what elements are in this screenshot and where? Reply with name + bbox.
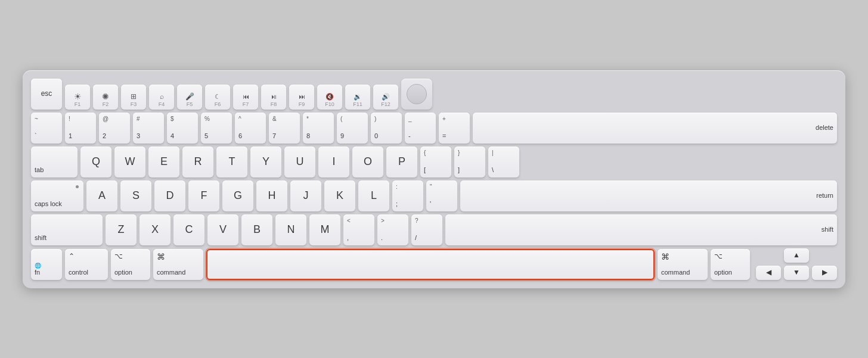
key-arrow-right[interactable]: ▶ bbox=[812, 266, 837, 280]
key-s[interactable]: S bbox=[120, 180, 151, 211]
key-return[interactable]: return bbox=[460, 180, 837, 211]
f4-icon: ⌕ bbox=[160, 92, 164, 101]
key-comma[interactable]: < , bbox=[343, 214, 374, 245]
key-9[interactable]: ( 9 bbox=[337, 113, 368, 144]
key-f6[interactable]: ☾ F6 bbox=[205, 85, 230, 110]
key-f12[interactable]: 🔊 F12 bbox=[373, 85, 398, 110]
key-l[interactable]: L bbox=[358, 180, 389, 211]
number-key-row: ~ ` ! 1 @ 2 # 3 $ 4 % 5 ^ 6 & 7 bbox=[31, 113, 837, 144]
key-f4[interactable]: ⌕ F4 bbox=[149, 85, 174, 110]
f9-icon: ⏭ bbox=[299, 93, 305, 101]
key-tab[interactable]: tab bbox=[31, 147, 78, 178]
key-f3[interactable]: ⊞ F3 bbox=[121, 85, 146, 110]
key-backslash[interactable]: | \ bbox=[488, 147, 519, 178]
key-space[interactable] bbox=[206, 249, 655, 280]
key-option-left[interactable]: ⌥ option bbox=[111, 249, 150, 280]
key-f8[interactable]: ⏯ F8 bbox=[261, 85, 286, 110]
arrow-top-row: ▲ bbox=[756, 248, 837, 263]
key-f2[interactable]: ✺ F2 bbox=[93, 85, 118, 110]
f12-label: F12 bbox=[381, 101, 390, 108]
key-f[interactable]: F bbox=[188, 180, 219, 211]
key-1[interactable]: ! 1 bbox=[65, 113, 96, 144]
key-u[interactable]: U bbox=[284, 147, 315, 178]
key-equals[interactable]: + = bbox=[439, 113, 470, 144]
key-z[interactable]: Z bbox=[106, 214, 137, 245]
key-command-right[interactable]: ⌘ command bbox=[658, 249, 708, 280]
key-m[interactable]: M bbox=[309, 214, 340, 245]
f1-label: F1 bbox=[75, 101, 81, 108]
key-arrow-left[interactable]: ◀ bbox=[756, 266, 781, 280]
key-a[interactable]: A bbox=[86, 180, 117, 211]
key-delete[interactable]: delete bbox=[473, 113, 837, 144]
key-arrow-up[interactable]: ▲ bbox=[784, 248, 809, 263]
key-d[interactable]: D bbox=[154, 180, 185, 211]
key-w[interactable]: W bbox=[114, 147, 145, 178]
key-j[interactable]: J bbox=[290, 180, 321, 211]
f9-label: F9 bbox=[299, 101, 305, 108]
keyboard: esc ☀ F1 ✺ F2 ⊞ F3 ⌕ F4 🎤 F5 ☾ F6 ⏮ F7 bbox=[23, 70, 845, 288]
touch-id[interactable] bbox=[401, 79, 432, 110]
key-q[interactable]: Q bbox=[80, 147, 111, 178]
key-minus[interactable]: _ - bbox=[405, 113, 436, 144]
key-f11[interactable]: 🔉 F11 bbox=[345, 85, 370, 110]
key-fn[interactable]: 🌐 fn bbox=[31, 249, 62, 280]
key-c[interactable]: C bbox=[173, 214, 204, 245]
key-p[interactable]: P bbox=[386, 147, 417, 178]
key-g[interactable]: G bbox=[222, 180, 253, 211]
f4-label: F4 bbox=[159, 101, 165, 108]
fn-key-row: esc ☀ F1 ✺ F2 ⊞ F3 ⌕ F4 🎤 F5 ☾ F6 ⏮ F7 bbox=[31, 79, 837, 110]
key-4[interactable]: $ 4 bbox=[167, 113, 198, 144]
key-slash[interactable]: ? / bbox=[411, 214, 442, 245]
command-left-icon: ⌘ bbox=[157, 252, 165, 262]
key-8[interactable]: * 8 bbox=[303, 113, 334, 144]
f12-icon: 🔊 bbox=[382, 93, 390, 101]
key-f1[interactable]: ☀ F1 bbox=[65, 85, 90, 110]
key-x[interactable]: X bbox=[140, 214, 170, 245]
key-f5[interactable]: 🎤 F5 bbox=[177, 85, 202, 110]
key-v[interactable]: V bbox=[207, 214, 238, 245]
key-backtick[interactable]: ~ ` bbox=[31, 113, 62, 144]
asdf-key-row: caps lock A S D F G H J K L : ; bbox=[31, 180, 837, 211]
key-period[interactable]: > . bbox=[377, 214, 408, 245]
key-n[interactable]: N bbox=[275, 214, 306, 245]
key-h[interactable]: H bbox=[256, 180, 287, 211]
key-e[interactable]: E bbox=[148, 147, 179, 178]
key-6[interactable]: ^ 6 bbox=[235, 113, 266, 144]
arrow-left-icon: ◀ bbox=[766, 268, 771, 276]
key-rbracket[interactable]: } ] bbox=[454, 147, 485, 178]
bottom-key-row: 🌐 fn ⌃ control ⌥ option ⌘ command ⌘ comm… bbox=[31, 248, 837, 280]
key-5[interactable]: % 5 bbox=[201, 113, 232, 144]
key-0[interactable]: ) 0 bbox=[371, 113, 402, 144]
key-f9[interactable]: ⏭ F9 bbox=[289, 85, 314, 110]
key-caps-lock[interactable]: caps lock bbox=[31, 180, 83, 211]
key-shift-right[interactable]: shift bbox=[445, 214, 837, 245]
key-lbracket[interactable]: { [ bbox=[420, 147, 451, 178]
key-t[interactable]: T bbox=[216, 147, 247, 178]
option-right-icon: ⌥ bbox=[714, 252, 723, 260]
key-k[interactable]: K bbox=[324, 180, 355, 211]
key-2[interactable]: @ 2 bbox=[99, 113, 130, 144]
key-3[interactable]: # 3 bbox=[133, 113, 164, 144]
key-option-right[interactable]: ⌥ option bbox=[711, 249, 750, 280]
key-f7[interactable]: ⏮ F7 bbox=[233, 85, 258, 110]
key-r[interactable]: R bbox=[182, 147, 213, 178]
key-arrow-down[interactable]: ▼ bbox=[784, 266, 809, 280]
f8-label: F8 bbox=[271, 101, 277, 108]
f10-icon: 🔇 bbox=[326, 93, 334, 101]
key-f10[interactable]: 🔇 F10 bbox=[317, 85, 342, 110]
key-shift-left[interactable]: shift bbox=[31, 214, 103, 245]
key-b[interactable]: B bbox=[241, 214, 272, 245]
key-control[interactable]: ⌃ control bbox=[65, 249, 108, 280]
key-command-left[interactable]: ⌘ command bbox=[153, 249, 203, 280]
key-y[interactable]: Y bbox=[250, 147, 281, 178]
key-7[interactable]: & 7 bbox=[269, 113, 300, 144]
key-quote[interactable]: " ' bbox=[426, 180, 457, 211]
key-i[interactable]: I bbox=[318, 147, 349, 178]
qwerty-key-row: tab Q W E R T Y U I O P bbox=[31, 147, 837, 178]
key-semicolon[interactable]: : ; bbox=[392, 180, 423, 211]
arrow-up-icon: ▲ bbox=[793, 251, 800, 259]
f7-icon: ⏮ bbox=[243, 93, 249, 101]
command-right-icon: ⌘ bbox=[661, 252, 669, 262]
key-esc[interactable]: esc bbox=[31, 79, 62, 110]
key-o[interactable]: O bbox=[352, 147, 383, 178]
